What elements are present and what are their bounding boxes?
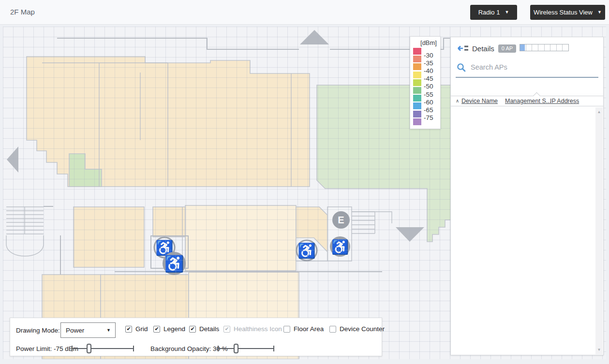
nav-arrow-up-icon — [300, 30, 329, 44]
stairs-symbol — [6, 207, 44, 256]
app-header: 2F Map Radio 1 ▼ Wireless Status View ▼ — [0, 0, 609, 25]
background-opacity-label: Background Opacity: 30 % — [150, 345, 228, 352]
panel-title: Details — [472, 44, 494, 53]
drawing-mode-label: Drawing Mode: — [16, 327, 60, 334]
svg-text:♿: ♿ — [331, 239, 349, 256]
map-toolbar: Drawing Mode: Power ▼ ✔ Grid ✔ Legend ✔ … — [10, 318, 382, 356]
legend-swatch — [413, 95, 421, 102]
wheelchair-filled-icon: ♿ — [330, 236, 350, 257]
legend-swatch — [413, 63, 421, 70]
ap-health-progressbar — [520, 44, 569, 51]
legend-swatch — [413, 48, 421, 55]
chevron-down-icon: ▼ — [505, 10, 509, 15]
scrollbar[interactable]: ▲ ▼ — [595, 107, 603, 354]
ap-list-header: ∧ Device Name Management S... IP Address — [451, 96, 603, 106]
sort-asc-icon: ∧ — [456, 98, 459, 103]
power-limit-slider-handle[interactable] — [87, 344, 91, 353]
room-area — [74, 207, 144, 267]
legend-swatch — [413, 72, 421, 78]
wheelchair-outline-icon: ♿ — [297, 240, 317, 261]
radio-select-button[interactable]: Radio 1 ▼ — [470, 5, 517, 20]
view-select-button[interactable]: Wireless Status View ▼ — [530, 5, 605, 20]
checkbox-device-counter[interactable]: Device Counter — [329, 325, 385, 333]
page-title: 2F Map — [10, 8, 35, 16]
checkbox-box: ✔ — [125, 326, 132, 333]
wheelchair-filled-icon: ♿ — [163, 252, 186, 275]
legend-swatch — [413, 87, 421, 94]
legend-swatch — [413, 111, 421, 117]
details-panel: Details 0 AP ∧ Device Name Management S.… — [450, 37, 604, 355]
svg-text:♿: ♿ — [297, 242, 316, 260]
drawing-mode-value: Power — [66, 327, 84, 334]
search-icon — [457, 63, 466, 72]
checkbox-details[interactable]: ✔ Details — [189, 325, 219, 333]
chevron-down-icon: ▼ — [106, 328, 111, 333]
scroll-down-icon[interactable]: ▼ — [595, 346, 603, 353]
search-underline — [456, 77, 598, 78]
column-ip-address[interactable]: IP Address — [550, 98, 579, 104]
view-button-label: Wireless Status View — [534, 9, 593, 16]
legend-title: [dBm] — [413, 39, 437, 46]
checkbox-floor-area[interactable]: Floor Area — [283, 325, 324, 333]
checkbox-box — [283, 326, 290, 333]
checkbox-grid[interactable]: ✔ Grid — [125, 325, 148, 333]
legend-swatch — [413, 118, 421, 125]
dbm-legend: [dBm] -30 -35 -40 -45 -50 -55 -60 -65 -7… — [410, 36, 441, 129]
checkbox-legend[interactable]: ✔ Legend — [153, 325, 185, 333]
chevron-down-icon: ▼ — [597, 10, 602, 15]
power-limit-label: Power Limit: -75 dBm — [16, 345, 78, 352]
legend-entry: -30 — [413, 47, 437, 55]
checkbox-box: ✔ — [189, 326, 196, 333]
ap-list: ▲ ▼ — [451, 107, 603, 355]
search-input[interactable] — [471, 63, 597, 71]
svg-text:♿: ♿ — [164, 254, 184, 274]
legend-swatch — [413, 56, 421, 62]
drawing-mode-select[interactable]: Power ▼ — [60, 322, 116, 338]
legend-swatch — [413, 102, 421, 109]
column-management-status[interactable]: Management S... — [505, 98, 551, 104]
power-limit-slider[interactable] — [72, 348, 134, 349]
svg-text:E: E — [338, 215, 344, 225]
scroll-up-icon[interactable]: ▲ — [595, 108, 603, 116]
room-area — [153, 207, 185, 237]
checkbox-box: ✔ — [223, 326, 230, 333]
stairs-symbol — [352, 212, 392, 233]
nav-arrow-down-icon — [396, 227, 424, 242]
background-opacity-slider[interactable] — [218, 348, 274, 349]
checkbox-box — [329, 326, 336, 333]
collapse-panel-icon[interactable] — [457, 44, 468, 52]
background-opacity-slider-handle[interactable] — [234, 344, 238, 353]
room-area — [185, 205, 296, 271]
progress-fill — [520, 44, 525, 51]
radio-button-label: Radio 1 — [478, 9, 500, 16]
ap-count-badge: 0 AP — [498, 44, 516, 53]
legend-swatch — [413, 79, 421, 86]
column-device-name[interactable]: Device Name — [461, 98, 498, 104]
elevator-icon: E — [332, 211, 350, 229]
checkbox-healthiness-icon: ✔ Healthiness Icon — [223, 325, 282, 333]
checkbox-box: ✔ — [153, 326, 160, 333]
nav-arrow-left-icon — [7, 146, 18, 173]
